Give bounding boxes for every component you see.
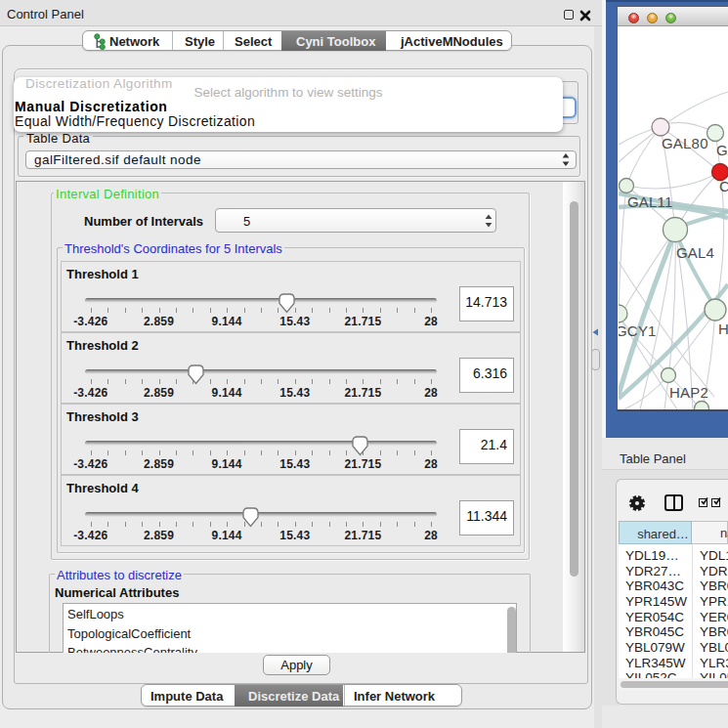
svg-text:GAL11: GAL11	[627, 193, 673, 210]
svg-text:GCY1: GCY1	[619, 322, 657, 339]
svg-text:GAL2: GAL2	[716, 142, 728, 158]
svg-text:CYC: CYC	[719, 178, 728, 194]
svg-text:GAL80: GAL80	[662, 135, 708, 151]
svg-text:HAP2: HAP2	[669, 384, 708, 401]
svg-text:GAL4: GAL4	[676, 244, 714, 261]
svg-text:HIS: HIS	[718, 321, 728, 337]
